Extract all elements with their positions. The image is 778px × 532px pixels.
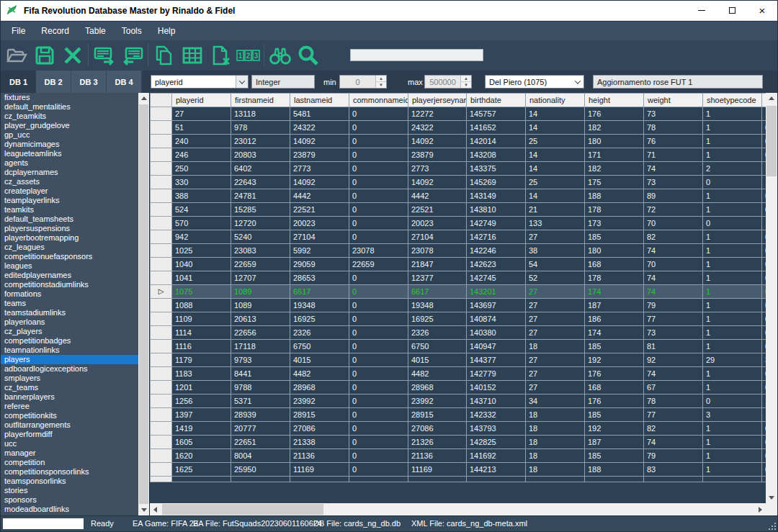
- grid-cell[interactable]: 142825: [467, 436, 526, 449]
- row-selector[interactable]: [151, 381, 172, 395]
- grid-cell[interactable]: 1: [703, 107, 762, 121]
- grid-cell[interactable]: 52: [526, 271, 585, 285]
- tab-db3[interactable]: DB 3: [71, 71, 107, 93]
- row-selector[interactable]: [151, 176, 172, 189]
- grid-cell[interactable]: 20803: [231, 148, 290, 162]
- grid-cell[interactable]: 0: [349, 148, 408, 162]
- grid-cell[interactable]: 6750: [408, 340, 467, 353]
- grid-cell[interactable]: 22659: [231, 258, 290, 271]
- grid-cell[interactable]: 92: [644, 353, 703, 367]
- grid-cell[interactable]: 89: [644, 189, 703, 203]
- grid-cell[interactable]: 171: [585, 148, 644, 162]
- grid-cell[interactable]: 74: [644, 271, 703, 285]
- grid-cell[interactable]: 79: [644, 449, 703, 463]
- grid-cell[interactable]: 1397: [172, 408, 231, 422]
- grid-cell[interactable]: 0: [349, 217, 408, 230]
- grid-cell[interactable]: [467, 477, 526, 482]
- sidebar-item-agents[interactable]: agents: [1, 158, 138, 168]
- grid-cell[interactable]: 71: [644, 148, 703, 162]
- column-header-weight[interactable]: weight: [644, 94, 703, 107]
- grid-cell[interactable]: 141692: [467, 449, 526, 463]
- row-selector[interactable]: [151, 449, 172, 463]
- spin-up-icon[interactable]: ▲: [461, 76, 471, 81]
- sidebar-item-playerbootremapping[interactable]: playerbootremapping: [1, 233, 138, 243]
- grid-cell[interactable]: 27: [526, 367, 585, 381]
- grid-cell[interactable]: 1: [703, 381, 762, 395]
- grid-cell[interactable]: 1109: [172, 312, 231, 326]
- grid-cell[interactable]: 9793: [231, 353, 290, 367]
- grid-cell[interactable]: 27: [526, 312, 585, 326]
- grid-cell[interactable]: 143375: [467, 162, 526, 176]
- delete-record-icon[interactable]: [58, 42, 86, 69]
- grid-cell[interactable]: 82: [644, 422, 703, 436]
- grid-cell[interactable]: 73: [644, 107, 703, 121]
- grid-cell[interactable]: 77: [644, 312, 703, 326]
- menu-table[interactable]: Table: [77, 22, 114, 41]
- grid-cell[interactable]: 1419: [172, 422, 231, 436]
- grid-cell[interactable]: 28915: [408, 408, 467, 422]
- grid-cell[interactable]: 0: [349, 395, 408, 408]
- grid-cell[interactable]: 20023: [408, 217, 467, 230]
- grid-cell[interactable]: 1: [703, 436, 762, 449]
- grid-cell[interactable]: 1089: [231, 285, 290, 299]
- grid-cell[interactable]: 942: [172, 230, 231, 244]
- dropdown-arrow-icon[interactable]: [236, 76, 248, 88]
- spin-down-icon[interactable]: ▼: [376, 81, 386, 88]
- row-selector[interactable]: [151, 477, 172, 482]
- grid-cell[interactable]: 5481: [290, 107, 349, 121]
- grid-cell[interactable]: 1: [703, 189, 762, 203]
- grid-cell[interactable]: 5371: [231, 395, 290, 408]
- grid-cell[interactable]: 67: [644, 381, 703, 395]
- grid-cell[interactable]: 0: [349, 436, 408, 449]
- field-type-box[interactable]: Integer: [251, 75, 315, 89]
- grid-cell[interactable]: 0: [349, 312, 408, 326]
- grid-cell[interactable]: 0: [703, 176, 762, 189]
- grid-cell[interactable]: 72: [644, 203, 703, 217]
- menu-tools[interactable]: Tools: [114, 22, 150, 41]
- grid-cell[interactable]: 0: [349, 408, 408, 422]
- grid-cell[interactable]: 20777: [231, 422, 290, 436]
- grid-cell[interactable]: 16925: [290, 312, 349, 326]
- grid-cell[interactable]: 0: [349, 340, 408, 353]
- sidebar-item-gp_ucc[interactable]: gp_ucc: [1, 130, 138, 140]
- row-selector[interactable]: [151, 436, 172, 449]
- grid-cell[interactable]: 1088: [172, 299, 231, 312]
- grid-cell[interactable]: 140874: [467, 312, 526, 326]
- grid-cell[interactable]: 168: [585, 258, 644, 271]
- grid-cell[interactable]: 6750: [290, 340, 349, 353]
- grid-cell[interactable]: 1: [703, 148, 762, 162]
- grid-cell[interactable]: 142623: [467, 258, 526, 271]
- table-grid-icon[interactable]: [178, 42, 206, 69]
- grid-cell[interactable]: 142246: [467, 244, 526, 258]
- grid-cell[interactable]: 173: [585, 217, 644, 230]
- grid-cell[interactable]: 21338: [290, 436, 349, 449]
- grid-cell[interactable]: 27: [172, 107, 231, 121]
- grid-cell[interactable]: 1: [703, 258, 762, 271]
- grid-cell[interactable]: 978: [231, 121, 290, 135]
- grid-cell[interactable]: 83: [644, 463, 703, 477]
- grid-cell[interactable]: 27086: [408, 422, 467, 436]
- sidebar-item-editedplayernames[interactable]: editedplayernames: [1, 271, 138, 280]
- grid-cell[interactable]: 21136: [290, 449, 349, 463]
- grid-cell[interactable]: 14: [526, 121, 585, 135]
- grid-cell[interactable]: 5992: [290, 244, 349, 258]
- grid-cell[interactable]: 0: [349, 107, 408, 121]
- grid-cell[interactable]: 144377: [467, 353, 526, 367]
- sidebar-item-referee[interactable]: referee: [1, 402, 138, 411]
- grid-cell[interactable]: 1040: [172, 258, 231, 271]
- row-selector[interactable]: [151, 299, 172, 312]
- grid-cell[interactable]: 0: [349, 203, 408, 217]
- grid-cell[interactable]: 70: [644, 258, 703, 271]
- grid-cell[interactable]: 79: [644, 299, 703, 312]
- row-selector[interactable]: [151, 463, 172, 477]
- grid-cell[interactable]: 0: [349, 285, 408, 299]
- row-selector[interactable]: [151, 408, 172, 422]
- sidebar-item-createplayer[interactable]: createplayer: [1, 186, 138, 196]
- grid-cell[interactable]: 0: [703, 395, 762, 408]
- grid-cell[interactable]: 24322: [408, 121, 467, 135]
- sidebar-item-sponsors[interactable]: sponsors: [1, 495, 138, 505]
- row-selector[interactable]: [151, 258, 172, 271]
- grid-cell[interactable]: 22643: [231, 176, 290, 189]
- sidebar-item-teamsponsorlinks[interactable]: teamsponsorlinks: [1, 477, 138, 486]
- search-input[interactable]: [350, 49, 483, 61]
